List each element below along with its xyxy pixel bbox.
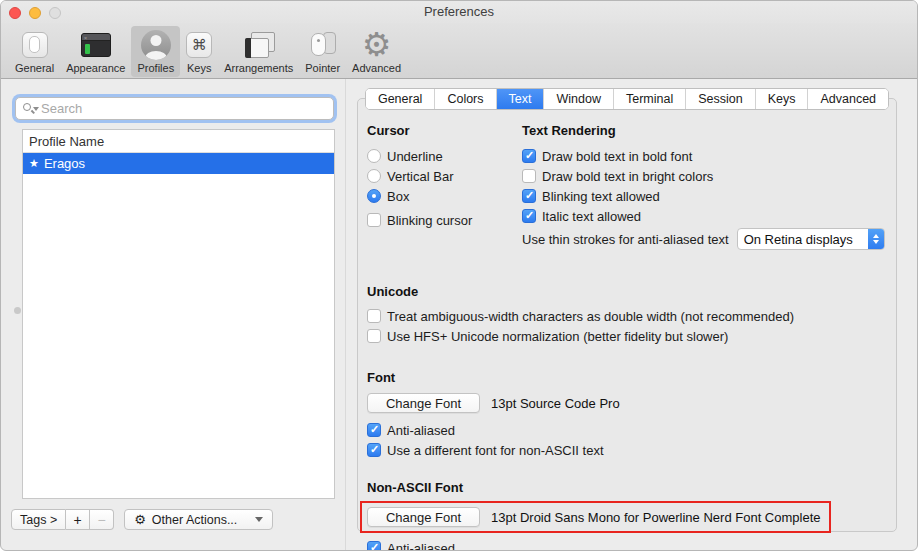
toolbar-item-keys[interactable]: ⌘ Keys bbox=[180, 26, 218, 77]
tab-text[interactable]: Text bbox=[497, 89, 545, 109]
font-value: 13pt Source Code Pro bbox=[491, 396, 620, 411]
radio-vertical-bar[interactable]: Vertical Bar bbox=[367, 168, 522, 184]
profiles-sidebar: Search Profile Name ★ Eragos Tags > + − … bbox=[1, 79, 346, 551]
tab-terminal[interactable]: Terminal bbox=[614, 89, 686, 109]
preferences-window: Preferences General × Appearance Profile… bbox=[0, 0, 918, 551]
text-rendering-section: Text Rendering Draw bold text in bold fo… bbox=[522, 123, 886, 254]
profile-list-header: Profile Name bbox=[23, 130, 334, 153]
checkbox-non-ascii-anti-aliased[interactable]: Anti-aliased bbox=[367, 540, 886, 551]
chevron-down-icon bbox=[255, 517, 263, 522]
add-profile-button[interactable]: + bbox=[66, 509, 90, 530]
checkbox-icon bbox=[522, 169, 536, 183]
preferences-toolbar: General × Appearance Profiles ⌘ Keys Arr… bbox=[1, 23, 917, 79]
checkbox-icon bbox=[367, 213, 381, 227]
change-font-button[interactable]: Change Font bbox=[367, 393, 480, 413]
checkbox-ambiguous-width[interactable]: Treat ambiguous-width characters as doub… bbox=[367, 308, 886, 324]
advanced-gear-icon: ⚙ bbox=[362, 28, 392, 61]
tab-advanced[interactable]: Advanced bbox=[808, 89, 888, 109]
profile-list-footer: Tags > + − ⚙ Other Actions... bbox=[11, 509, 273, 530]
pointer-mouse-icon bbox=[308, 28, 338, 61]
radio-icon bbox=[367, 189, 381, 203]
checkbox-icon bbox=[367, 541, 381, 551]
profile-row-eragos[interactable]: ★ Eragos bbox=[23, 153, 334, 174]
text-tab-pane: Cursor Underline Vertical Bar Box bbox=[357, 98, 897, 532]
checkbox-icon bbox=[367, 309, 381, 323]
stepper-arrows-icon bbox=[868, 228, 884, 250]
divider-dimple bbox=[14, 307, 21, 314]
other-actions-label: Other Actions... bbox=[152, 513, 237, 527]
radio-underline[interactable]: Underline bbox=[367, 148, 522, 164]
profile-name: Eragos bbox=[44, 156, 85, 171]
cursor-section: Cursor Underline Vertical Bar Box bbox=[367, 123, 522, 254]
unicode-section: Unicode Treat ambiguous-width characters… bbox=[367, 284, 886, 344]
gear-icon: ⚙ bbox=[134, 512, 146, 527]
checkbox-italic-text[interactable]: Italic text allowed bbox=[522, 208, 886, 224]
star-icon: ★ bbox=[29, 157, 39, 170]
tags-button[interactable]: Tags > bbox=[11, 509, 66, 530]
checkbox-hfs-normalization[interactable]: Use HFS+ Unicode normalization (better f… bbox=[367, 328, 886, 344]
tab-colors[interactable]: Colors bbox=[435, 89, 496, 109]
checkbox-bright-colors[interactable]: Draw bold text in bright colors bbox=[522, 168, 886, 184]
profile-list: Profile Name ★ Eragos bbox=[22, 129, 335, 499]
tab-keys[interactable]: Keys bbox=[756, 89, 809, 109]
change-non-ascii-font-button[interactable]: Change Font bbox=[367, 507, 480, 527]
toolbar-item-label: Arrangements bbox=[224, 62, 293, 74]
non-ascii-font-section: Non-ASCII Font Change Font 13pt Droid Sa… bbox=[367, 480, 886, 551]
checkbox-icon bbox=[522, 189, 536, 203]
checkbox-anti-aliased[interactable]: Anti-aliased bbox=[367, 422, 886, 438]
toolbar-item-label: Keys bbox=[187, 62, 211, 74]
checkbox-icon bbox=[367, 329, 381, 343]
font-row: Change Font 13pt Source Code Pro bbox=[367, 393, 886, 413]
radio-box[interactable]: Box bbox=[367, 188, 522, 204]
search-input[interactable]: Search bbox=[15, 97, 334, 120]
appearance-window-icon: × bbox=[81, 28, 111, 61]
tab-general[interactable]: General bbox=[366, 89, 435, 109]
toggle-switch-icon bbox=[22, 28, 48, 61]
arrangements-windows-icon bbox=[243, 28, 275, 61]
checkbox-blinking-cursor[interactable]: Blinking cursor bbox=[367, 212, 522, 228]
remove-profile-button[interactable]: − bbox=[90, 509, 114, 530]
thin-strokes-row: Use thin strokes for anti-aliased text O… bbox=[522, 228, 886, 250]
section-title: Cursor bbox=[367, 123, 522, 138]
tab-session[interactable]: Session bbox=[686, 89, 755, 109]
checkbox-different-font-non-ascii[interactable]: Use a different font for non-ASCII text bbox=[367, 442, 886, 458]
other-actions-button[interactable]: ⚙ Other Actions... bbox=[124, 509, 273, 530]
thin-strokes-dropdown[interactable]: On Retina displays bbox=[737, 228, 885, 250]
section-title: Non-ASCII Font bbox=[367, 480, 886, 495]
checkbox-icon bbox=[522, 209, 536, 223]
search-icon bbox=[22, 102, 35, 115]
highlight-box: Change Font 13pt Droid Sans Mono for Pow… bbox=[360, 501, 831, 533]
section-title: Font bbox=[367, 370, 886, 385]
toolbar-item-appearance[interactable]: × Appearance bbox=[60, 26, 131, 77]
title-bar: Preferences bbox=[1, 1, 917, 23]
thin-strokes-label: Use thin strokes for anti-aliased text bbox=[522, 232, 729, 247]
toolbar-item-label: Pointer bbox=[305, 62, 340, 74]
toolbar-item-general[interactable]: General bbox=[9, 26, 60, 77]
section-title: Text Rendering bbox=[522, 123, 886, 138]
toolbar-item-label: General bbox=[15, 62, 54, 74]
font-section: Font Change Font 13pt Source Code Pro An… bbox=[367, 370, 886, 458]
non-ascii-font-value: 13pt Droid Sans Mono for Powerline Nerd … bbox=[491, 510, 821, 525]
checkbox-icon bbox=[367, 443, 381, 457]
section-title: Unicode bbox=[367, 284, 886, 299]
toolbar-item-label: Profiles bbox=[137, 62, 174, 74]
radio-icon bbox=[367, 149, 381, 163]
window-title: Preferences bbox=[1, 4, 917, 19]
toolbar-item-label: Advanced bbox=[352, 62, 401, 74]
profile-settings-panel: General Colors Text Window Terminal Sess… bbox=[346, 79, 917, 551]
toolbar-item-profiles[interactable]: Profiles bbox=[131, 26, 180, 77]
toolbar-item-advanced[interactable]: ⚙ Advanced bbox=[346, 26, 407, 77]
checkbox-blinking-text[interactable]: Blinking text allowed bbox=[522, 188, 886, 204]
search-placeholder: Search bbox=[41, 101, 82, 116]
toolbar-item-pointer[interactable]: Pointer bbox=[299, 26, 346, 77]
command-key-icon: ⌘ bbox=[186, 28, 212, 61]
checkbox-icon bbox=[367, 423, 381, 437]
profile-person-icon bbox=[141, 28, 171, 61]
profile-tabs: General Colors Text Window Terminal Sess… bbox=[357, 88, 897, 110]
tab-window[interactable]: Window bbox=[544, 89, 613, 109]
checkbox-icon bbox=[522, 149, 536, 163]
checkbox-bold-font[interactable]: Draw bold text in bold font bbox=[522, 148, 886, 164]
toolbar-item-arrangements[interactable]: Arrangements bbox=[218, 26, 299, 77]
radio-icon bbox=[367, 169, 381, 183]
toolbar-item-label: Appearance bbox=[66, 62, 125, 74]
